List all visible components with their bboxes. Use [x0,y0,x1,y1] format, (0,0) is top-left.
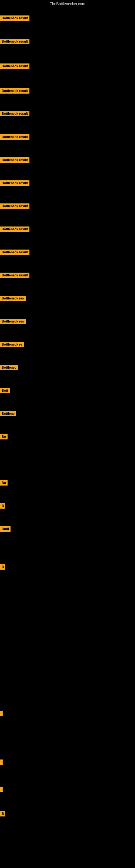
bottleneck-badge-26: | [0,786,3,792]
bottleneck-badge-2: Bottleneck result [0,39,30,44]
bottleneck-badge-15: Bottleneck re [0,342,24,347]
bottleneck-badge-24: | [0,711,3,716]
bottleneck-badge-21: B [0,503,5,508]
bottleneck-badge-12: Bottleneck result [0,273,30,278]
bottleneck-badge-11: Bottleneck result [0,250,30,255]
bottleneck-badge-6: Bottleneck result [0,134,30,140]
bottleneck-badge-19: Bo [0,434,8,439]
site-title: TheBottlenecker.com [0,0,135,8]
bottleneck-badge-10: Bottleneck result [0,226,30,232]
bottleneck-badge-20: Bo [0,480,8,486]
bottleneck-badge-5: Bottleneck result [0,111,30,116]
bottleneck-badge-1: Bottleneck result [0,16,30,21]
bottleneck-badge-7: Bottleneck result [0,157,30,163]
bottleneck-badge-9: Bottleneck result [0,204,30,209]
bottleneck-badge-25: | [0,760,3,765]
bottleneck-badge-13: Bottleneck res [0,296,26,301]
bottleneck-badge-23: B [0,564,5,569]
bottleneck-badge-22: Bottl [0,526,10,532]
bottleneck-badge-14: Bottleneck res [0,319,26,324]
bottleneck-badge-27: B [0,811,5,816]
bottleneck-badge-16: Bottlenec [0,365,18,370]
bottleneck-badge-4: Bottleneck result [0,88,30,94]
bottleneck-badge-3: Bottleneck result [0,63,30,69]
bottleneck-badge-18: Bottlene [0,411,16,416]
bottleneck-badge-17: Bott [0,388,10,393]
bottleneck-badge-8: Bottleneck result [0,180,30,186]
